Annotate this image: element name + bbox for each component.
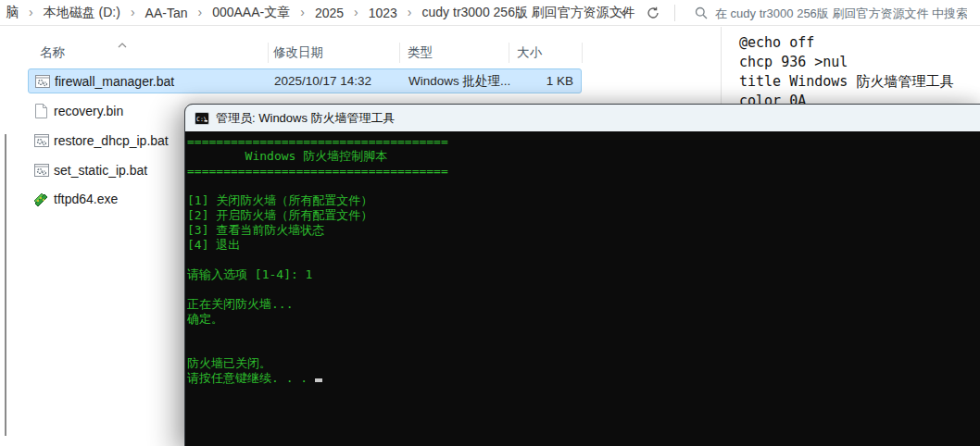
breadcrumb-separator-icon: › (124, 5, 142, 21)
column-header-name[interactable]: 名称 (40, 43, 65, 63)
breadcrumb-item-this-pc[interactable]: 脑 (2, 3, 22, 23)
console-window: C:\ 管理员: Windows 防火墙管理工具 ===============… (184, 104, 980, 446)
column-header-size[interactable]: 大小 (517, 43, 542, 63)
preview-text: @echo off chcp 936 >nul title Windows 防火… (739, 33, 978, 111)
breadcrumb-separator-icon: › (347, 5, 365, 21)
preview-pane-divider[interactable] (721, 27, 722, 105)
console-cursor (315, 378, 322, 382)
bat-file-icon (33, 163, 49, 178)
column-separator[interactable] (399, 43, 400, 63)
breadcrumb-separator-icon: › (294, 5, 311, 21)
file-name: set_static_ip.bat (54, 157, 147, 183)
breadcrumb-item-2025[interactable]: 2025 (311, 4, 347, 22)
breadcrumb-item-1023[interactable]: 1023 (365, 4, 401, 22)
column-separator[interactable] (509, 43, 509, 63)
file-row-firewall-manager[interactable]: firewall_manager.bat 2025/10/17 14:32 Wi… (28, 68, 582, 93)
screen: 脑 › 本地磁盘 (D:) › AA-Tan › 000AAA-文章 › 202… (0, 0, 980, 446)
console-body-text: ==================================== Win… (185, 131, 980, 371)
breadcrumb-separator-icon: › (191, 5, 208, 21)
console-output[interactable]: ==================================== Win… (185, 131, 980, 446)
breadcrumb-separator-icon: › (22, 5, 40, 21)
bat-file-icon (33, 133, 49, 148)
left-pane-scrollbar[interactable] (5, 134, 6, 436)
explorer-toolbar: 脑 › 本地磁盘 (D:) › AA-Tan › 000AAA-文章 › 202… (0, 0, 980, 26)
console-prompt-line: 请按任意键继续. . . (185, 371, 980, 386)
search-input[interactable] (715, 6, 967, 20)
breadcrumb: 脑 › 本地磁盘 (D:) › AA-Tan › 000AAA-文章 › 202… (2, 0, 639, 26)
column-separator[interactable] (582, 43, 583, 63)
bat-file-icon (34, 74, 50, 89)
generic-file-icon (33, 104, 49, 118)
refresh-button[interactable] (641, 2, 665, 24)
file-name: firewall_manager.bat (55, 69, 174, 93)
breadcrumb-separator-icon: › (401, 5, 419, 21)
file-name: restore_dhcp_ip.bat (54, 128, 169, 154)
breadcrumb-item-aa-tan[interactable]: AA-Tan (142, 4, 192, 22)
file-name: recovery.bin (54, 98, 123, 124)
console-prompt-text: 请按任意键继续. . . (187, 371, 315, 385)
file-name: tftpd64.exe (54, 186, 118, 212)
sort-ascending-icon (118, 35, 127, 52)
address-dropdown-button[interactable] (611, 2, 635, 24)
toolbar-divider (674, 5, 675, 21)
tftpd64-app-icon (33, 192, 49, 206)
breadcrumb-item-drive-d[interactable]: 本地磁盘 (D:) (40, 3, 124, 23)
column-separator[interactable] (268, 43, 269, 63)
file-type: Windows 批处理... (408, 69, 510, 93)
search-icon (695, 6, 708, 19)
file-date: 2025/10/17 14:32 (274, 69, 371, 93)
console-window-title: 管理员: Windows 防火墙管理工具 (216, 110, 396, 127)
file-size: 1 KB (547, 69, 573, 93)
cmd-icon: C:\ (195, 112, 209, 125)
preview-pane: @echo off chcp 936 >nul title Windows 防火… (739, 33, 978, 111)
console-titlebar[interactable]: C:\ 管理员: Windows 防火墙管理工具 (185, 105, 980, 131)
column-header-date[interactable]: 修改日期 (273, 43, 323, 63)
column-header-type[interactable]: 类型 (408, 43, 433, 63)
breadcrumb-item-articles[interactable]: 000AAA-文章 (208, 3, 294, 23)
search-box (685, 0, 980, 26)
refresh-icon (647, 6, 660, 19)
breadcrumb-item-current-folder[interactable]: cudy tr3000 256版 刷回官方资源文件 (419, 3, 639, 23)
chevron-down-icon (619, 10, 629, 17)
